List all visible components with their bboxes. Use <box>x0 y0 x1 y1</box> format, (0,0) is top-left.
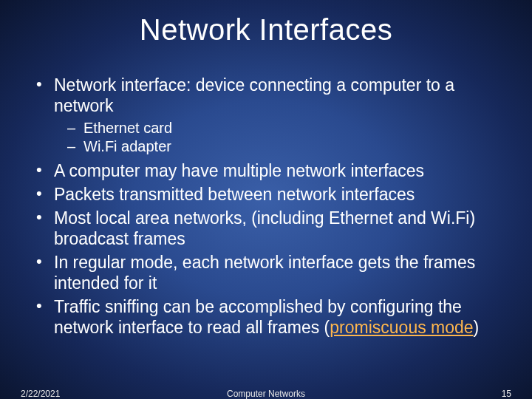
footer-title: Computer Networks <box>0 389 532 399</box>
bullet-item: A computer may have multiple network int… <box>26 160 506 181</box>
bullet-text: Network interface: device connecting a c… <box>54 75 454 115</box>
bullet-list-level2: Ethernet card Wi.Fi adapter <box>54 119 506 156</box>
promiscuous-mode-link[interactable]: promiscuous mode <box>330 318 473 337</box>
bullet-list-level1: Network interface: device connecting a c… <box>26 75 506 338</box>
bullet-item: In regular mode, each network interface … <box>26 252 506 293</box>
bullet-item: Packets transmitted between network inte… <box>26 184 506 205</box>
sub-bullet-item: Wi.Fi adapter <box>54 137 506 156</box>
footer-page-number: 15 <box>502 389 511 399</box>
bullet-item: Most local area networks, (including Eth… <box>26 208 506 249</box>
bullet-item: Traffic sniffing can be accomplished by … <box>26 296 506 338</box>
slide-title: Network Interfaces <box>26 13 506 47</box>
bullet-text-post: ) <box>474 318 480 337</box>
sub-bullet-item: Ethernet card <box>54 119 506 137</box>
bullet-item: Network interface: device connecting a c… <box>26 75 506 156</box>
slide-content: Network interface: device connecting a c… <box>26 75 506 338</box>
slide: Network Interfaces Network interface: de… <box>0 0 532 399</box>
